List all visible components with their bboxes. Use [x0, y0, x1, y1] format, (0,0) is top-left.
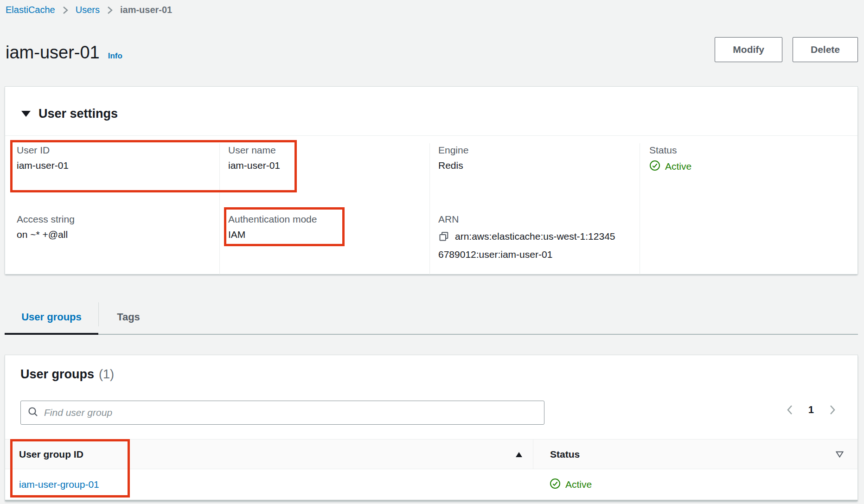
breadcrumb-current-user: iam-user-01 [120, 5, 172, 15]
chevron-right-icon [107, 6, 113, 14]
user-name-value: iam-user-01 [228, 159, 429, 172]
breadcrumb-users[interactable]: Users [76, 5, 100, 15]
page-header: iam-user-01 Info [6, 43, 122, 63]
page-number[interactable]: 1 [808, 404, 814, 416]
user-name-label: User name [228, 143, 429, 157]
delete-button[interactable]: Delete [793, 37, 858, 62]
user-id-value: iam-user-01 [17, 159, 219, 172]
find-user-group-search [20, 401, 544, 425]
access-string-field: Access string on ~* +@all [17, 212, 219, 242]
sort-ascending-icon[interactable] [515, 449, 523, 460]
auth-mode-label: Authentication mode [228, 212, 429, 226]
user-id-label: User ID [17, 143, 219, 157]
access-string-label: Access string [17, 212, 219, 226]
user-settings-heading: User settings [38, 107, 118, 121]
engine-field: Engine Redis [438, 143, 640, 172]
engine-label: Engine [438, 143, 640, 157]
tab-tags[interactable]: Tags [99, 301, 158, 335]
status-header-label: Status [550, 449, 580, 460]
elasticache-user-detail-page: ElastiCache Users iam-user-01 iam-user-0… [0, 0, 864, 504]
chevron-right-icon [63, 6, 68, 14]
user-group-id-header-label: User group ID [19, 449, 83, 460]
modify-button[interactable]: Modify [715, 37, 782, 62]
settings-column-2: User name iam-user-01 Authentication mod… [219, 143, 429, 274]
arn-label: ARN [438, 212, 640, 226]
next-page-button[interactable] [828, 403, 837, 416]
engine-value: Redis [438, 159, 640, 172]
user-id-field: User ID iam-user-01 [17, 143, 219, 172]
row-status-text: Active [565, 478, 592, 491]
search-input[interactable] [44, 407, 538, 418]
user-name-field: User name iam-user-01 [228, 143, 429, 172]
user-groups-table: User group ID Status iam-user-group-01 A… [5, 439, 858, 501]
arn-field: ARN arn:aws:elasticache:us-west-1:123456… [438, 212, 640, 262]
auth-mode-value: IAM [228, 228, 429, 242]
access-string-value: on ~* +@all [17, 228, 219, 242]
column-header-status[interactable]: Status [533, 440, 858, 469]
user-group-link[interactable]: iam-user-group-01 [19, 479, 99, 490]
user-groups-count: (1) [99, 367, 114, 381]
settings-column-1: User ID iam-user-01 Access string on ~* … [5, 143, 219, 274]
user-groups-heading: User groups(1) [20, 367, 858, 382]
copy-icon[interactable] [438, 231, 449, 247]
user-settings-grid: User ID iam-user-01 Access string on ~* … [5, 136, 858, 274]
user-group-id-cell: iam-user-group-01 [5, 479, 533, 490]
arn-value: arn:aws:elasticache:us-west-1:1234567890… [438, 229, 615, 262]
arn-text: arn:aws:elasticache:us-west-1:1234567890… [438, 231, 615, 260]
settings-column-3: Engine Redis ARN arn:aws:elasticache:us-… [429, 143, 640, 274]
breadcrumb-elasticache[interactable]: ElastiCache [6, 5, 55, 15]
collapse-caret-icon [21, 111, 31, 117]
detail-tabs: User groups Tags [5, 301, 858, 335]
table-row: iam-user-group-01 Active [5, 469, 858, 501]
pagination: 1 [785, 403, 837, 416]
check-circle-icon [550, 478, 561, 491]
info-link[interactable]: Info [108, 51, 122, 61]
check-circle-icon [649, 160, 660, 173]
user-settings-card: User settings User ID iam-user-01 Access… [5, 86, 858, 274]
page-title: iam-user-01 [6, 43, 100, 63]
auth-mode-field: Authentication mode IAM [228, 212, 429, 242]
status-label: Status [649, 143, 858, 157]
column-header-user-group-id[interactable]: User group ID [5, 440, 533, 469]
settings-column-4: Status Active [640, 143, 858, 274]
tab-user-groups[interactable]: User groups [5, 301, 98, 335]
status-field: Status Active [649, 143, 858, 173]
search-icon [27, 406, 38, 419]
filter-icon[interactable] [836, 449, 844, 460]
user-groups-card: User groups(1) 1 User group ID Status [5, 355, 858, 501]
status-cell: Active [533, 478, 858, 491]
header-actions: Modify Delete [715, 37, 858, 62]
table-header-row: User group ID Status [5, 439, 858, 469]
status-text: Active [665, 159, 691, 173]
user-groups-title: User groups [20, 367, 94, 381]
breadcrumb: ElastiCache Users iam-user-01 [6, 5, 172, 15]
previous-page-button[interactable] [785, 403, 794, 416]
status-badge: Active [649, 159, 858, 173]
user-settings-toggle[interactable]: User settings [5, 87, 858, 136]
